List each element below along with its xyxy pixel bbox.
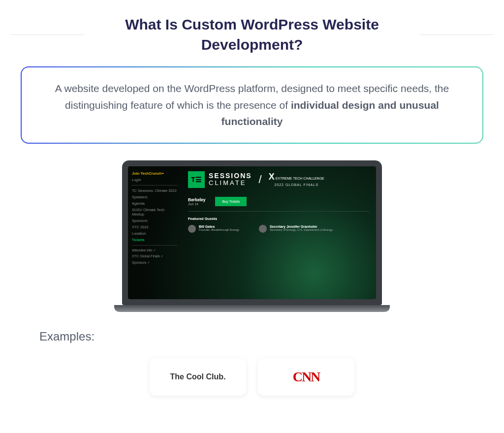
divider-left bbox=[10, 34, 85, 35]
xtc-title: EXTREME TECH CHALLENGE bbox=[276, 177, 324, 180]
laptop-frame: Join TechCrunch+ Login TC Sessions: Clim… bbox=[122, 160, 382, 305]
sessions-text: SESSIONS bbox=[209, 172, 252, 179]
sidebar-item[interactable]: Location bbox=[132, 231, 177, 236]
example-label: The Cool Club. bbox=[170, 372, 226, 381]
guest-card: Secretary Jennifer Granholm Secretary of… bbox=[259, 225, 333, 233]
sidebar-item[interactable]: Sponsors bbox=[132, 218, 177, 223]
avatar-icon bbox=[188, 225, 196, 233]
featured-guests-title: Featured Guests bbox=[188, 216, 369, 221]
guest-name: Secretary Jennifer Granholm bbox=[270, 225, 333, 228]
laptop-mockup: Join TechCrunch+ Login TC Sessions: Clim… bbox=[122, 160, 382, 312]
xtc-block: X EXTREME TECH CHALLENGE 2022 GLOBAL FIN… bbox=[269, 172, 324, 186]
location-row: Berkeley Jun 14 Buy Tickets bbox=[188, 197, 369, 212]
guest-card: Bill Gates Founder, Breakthrough Energy bbox=[188, 225, 239, 233]
tc-logo-icon: T☰ bbox=[188, 171, 205, 188]
x-icon: X bbox=[269, 172, 275, 182]
location-city: Berkeley bbox=[188, 197, 205, 202]
definition-box: A website developed on the WordPress pla… bbox=[21, 66, 483, 144]
sidebar-external-link[interactable]: XTC Global Finals bbox=[132, 254, 177, 258]
location-block: Berkeley Jun 14 bbox=[188, 197, 205, 206]
sidebar-item[interactable]: Speakers bbox=[132, 195, 177, 199]
sidebar-item[interactable]: TC Sessions: Climate 2022 bbox=[132, 188, 177, 193]
hero-title: SESSIONS CLIMATE bbox=[209, 172, 252, 186]
examples-label: Examples: bbox=[39, 330, 494, 343]
divider-right bbox=[419, 34, 494, 35]
buy-tickets-button[interactable]: Buy Tickets bbox=[215, 197, 247, 206]
xtc-sub: 2022 GLOBAL FINALS bbox=[269, 183, 324, 187]
guest-role: Founder, Breakthrough Energy bbox=[199, 228, 239, 232]
sidebar-external-link[interactable]: Sponsors bbox=[132, 261, 177, 265]
guest-role: Secretary of Energy, U.S. Department of … bbox=[270, 228, 333, 232]
location-date: Jun 14 bbox=[188, 202, 205, 206]
cnn-logo: CNN bbox=[293, 369, 320, 385]
login-link[interactable]: Login bbox=[132, 178, 177, 182]
laptop-screen: Join TechCrunch+ Login TC Sessions: Clim… bbox=[128, 166, 376, 299]
page-title: What Is Custom WordPress Website Develop… bbox=[99, 15, 405, 55]
sidebar-item[interactable]: SOSV Climate Tech Meetup bbox=[132, 208, 177, 216]
laptop-base bbox=[114, 305, 390, 312]
example-card-coolclub[interactable]: The Cool Club. bbox=[150, 358, 246, 396]
hero-line: T☰ SESSIONS CLIMATE / X EXTREME TECH CHA… bbox=[188, 171, 369, 188]
sidebar-item-active[interactable]: Tickets bbox=[132, 238, 177, 242]
guests-list: Bill Gates Founder, Breakthrough Energy … bbox=[188, 225, 369, 233]
join-link[interactable]: Join TechCrunch+ bbox=[132, 171, 177, 176]
site-content: T☰ SESSIONS CLIMATE / X EXTREME TECH CHA… bbox=[181, 166, 376, 299]
example-card-cnn[interactable]: CNN bbox=[258, 358, 354, 396]
guest-name: Bill Gates bbox=[199, 225, 239, 228]
climate-text: CLIMATE bbox=[209, 179, 252, 186]
sidebar-item[interactable]: Agenda bbox=[132, 201, 177, 206]
featured-guests-row: Featured Guests Bill Gates Founder, Brea… bbox=[188, 216, 369, 233]
slash-divider: / bbox=[259, 173, 262, 186]
avatar-icon bbox=[259, 225, 267, 233]
title-row: What Is Custom WordPress Website Develop… bbox=[10, 15, 494, 55]
sidebar-item[interactable]: XTC 2022 bbox=[132, 225, 177, 229]
sidebar-external-link[interactable]: Attendee Info bbox=[132, 248, 177, 252]
examples-row: The Cool Club. CNN bbox=[10, 358, 494, 396]
definition-text: A website developed on the WordPress pla… bbox=[22, 67, 482, 143]
site-sidebar: Join TechCrunch+ Login TC Sessions: Clim… bbox=[128, 166, 181, 299]
